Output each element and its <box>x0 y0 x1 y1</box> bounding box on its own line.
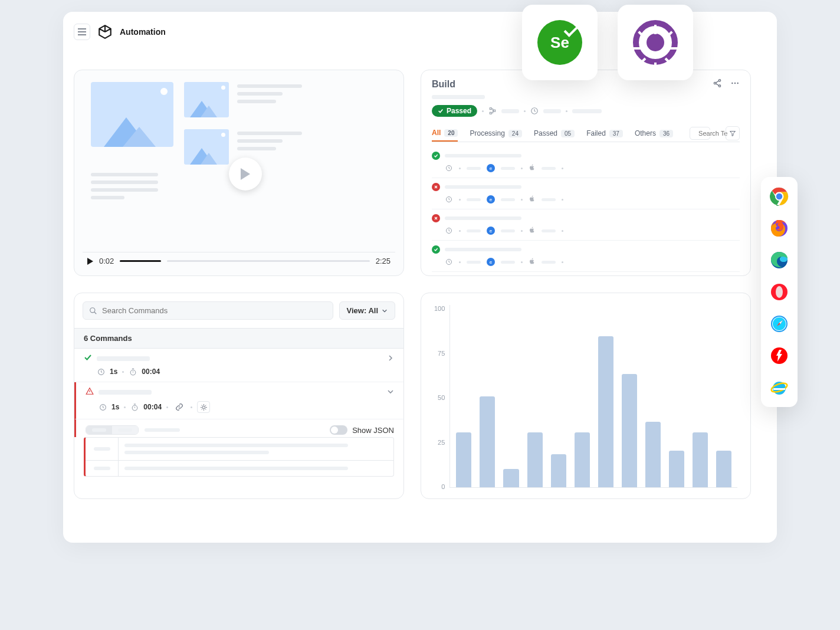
status-badge: Passed <box>432 105 477 117</box>
test-row[interactable]: e <box>432 241 740 272</box>
y-tick: 100 <box>434 305 445 312</box>
video-panel: 0:02 2:25 <box>74 70 404 276</box>
svg-rect-6 <box>490 108 491 110</box>
opera-icon <box>769 282 789 302</box>
chart-bar <box>527 432 543 487</box>
app-title: Automation <box>120 27 166 37</box>
integration-selenium: Se <box>522 5 598 80</box>
clock-icon <box>97 368 105 376</box>
chart-bar <box>551 454 566 487</box>
edge-icon <box>769 250 789 270</box>
command-timestamp: 00:04 <box>142 368 160 376</box>
chart-bar <box>716 451 731 487</box>
chart-bar <box>669 451 684 487</box>
json-toggle-row: Show JSON <box>74 419 403 437</box>
video-progress[interactable] <box>120 260 161 262</box>
chart-panel: 1007550250 <box>421 293 751 499</box>
video-controls: 0:02 2:25 <box>83 252 395 270</box>
search-tests[interactable] <box>690 127 710 140</box>
video-duration: 2:25 <box>376 257 391 265</box>
share-icon[interactable] <box>713 78 722 90</box>
clock-icon <box>445 227 453 235</box>
browser-chip-icon: e <box>487 195 495 204</box>
clock-icon <box>530 107 539 115</box>
apple-icon <box>529 163 536 173</box>
search-tests-input[interactable] <box>698 130 728 137</box>
svg-point-19 <box>132 405 137 411</box>
command-item[interactable]: 1s 00:04 <box>74 349 403 382</box>
test-row[interactable]: e <box>432 178 740 209</box>
stopwatch-icon <box>129 368 137 376</box>
search-commands[interactable] <box>83 301 333 320</box>
test-row[interactable]: e <box>432 147 740 178</box>
menu-button[interactable] <box>74 24 90 40</box>
apple-icon <box>529 195 536 204</box>
chart-bar <box>645 422 661 487</box>
command-detail-table <box>84 437 394 477</box>
clock-icon <box>445 195 453 204</box>
chart-bar <box>622 374 637 487</box>
chevron-down-icon[interactable] <box>387 387 394 398</box>
debug-icon[interactable] <box>197 401 210 413</box>
media-thumbnail-large <box>91 82 173 147</box>
tab-all[interactable]: All20 <box>432 125 458 142</box>
more-icon[interactable] <box>730 78 740 90</box>
clock-icon <box>99 403 107 411</box>
chart-y-axis: 1007550250 <box>434 305 449 498</box>
video-progress-remaining[interactable] <box>167 260 369 262</box>
tab-passed[interactable]: Passed05 <box>534 126 575 141</box>
chart-bars <box>449 305 737 488</box>
app-logo-icon <box>97 24 113 40</box>
segmented-control[interactable] <box>86 425 139 435</box>
browser-chip-icon: e <box>487 164 495 172</box>
video-current-time: 0:02 <box>99 257 114 265</box>
chrome-icon <box>769 186 789 206</box>
browser-rail <box>761 177 798 407</box>
view-dropdown[interactable]: View: All <box>339 301 395 320</box>
chart-bar <box>456 432 471 487</box>
chart-bar <box>503 469 519 487</box>
search-commands-input[interactable] <box>102 306 327 315</box>
chevron-right-icon[interactable] <box>387 353 394 364</box>
play-icon[interactable] <box>87 258 93 265</box>
check-icon <box>432 152 440 160</box>
show-json-label: Show JSON <box>352 426 394 435</box>
tab-processing[interactable]: Processing24 <box>470 126 522 141</box>
chart-bar <box>598 336 613 487</box>
media-thumbnail-small <box>184 129 229 165</box>
svg-point-29 <box>776 286 783 298</box>
chart-bar <box>693 432 708 487</box>
close-icon <box>432 214 440 222</box>
placeholder-lines <box>237 129 302 150</box>
toggle-icon[interactable] <box>330 425 347 435</box>
y-tick: 25 <box>434 439 445 446</box>
placeholder-lines <box>237 82 302 103</box>
app-shell: Automation <box>63 12 777 543</box>
test-framework-icon <box>633 20 678 65</box>
link-icon[interactable] <box>173 401 186 413</box>
filter-button[interactable] <box>726 126 740 140</box>
warning-icon <box>86 387 94 398</box>
browser-chip-icon: e <box>487 227 495 235</box>
commands-count: 6 Commands <box>74 328 403 349</box>
play-button[interactable] <box>229 158 262 191</box>
apple-icon <box>529 257 536 267</box>
tests-list: e e <box>432 147 740 272</box>
integration-test-framework <box>618 5 693 80</box>
clock-icon <box>445 258 453 266</box>
test-row[interactable]: e <box>432 209 740 241</box>
command-duration: 1s <box>110 368 117 376</box>
build-title: Build <box>432 79 455 90</box>
command-item[interactable]: 1s 00:04 <box>74 382 403 419</box>
svg-point-5 <box>737 83 738 84</box>
chart-bar <box>480 396 495 488</box>
build-tabs: All20 Processing24 Passed05 Failed37 Oth… <box>432 125 740 142</box>
tab-others[interactable]: Others36 <box>635 126 673 141</box>
close-icon <box>432 183 440 191</box>
yandex-icon <box>769 346 789 366</box>
placeholder-lines <box>74 165 175 199</box>
show-json-toggle[interactable]: Show JSON <box>330 425 394 435</box>
tab-failed[interactable]: Failed37 <box>586 126 623 141</box>
browser-chip-icon: e <box>487 258 495 266</box>
view-label: View: All <box>347 306 378 315</box>
